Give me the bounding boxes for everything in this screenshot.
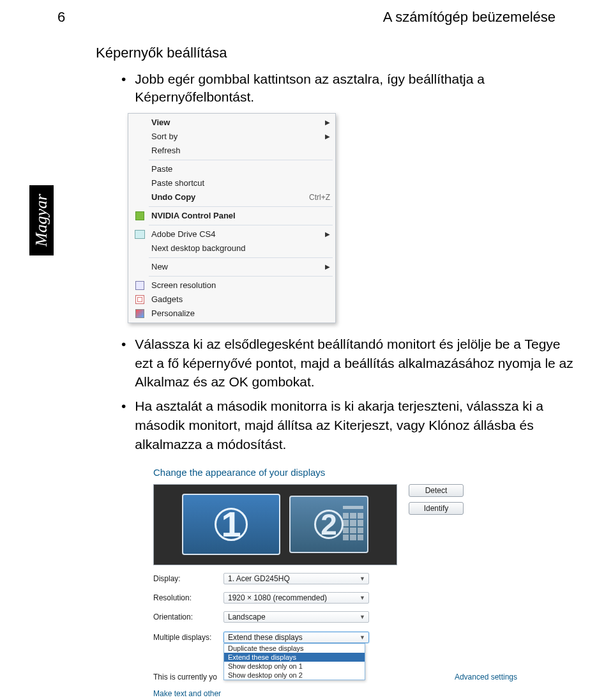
separator (149, 160, 333, 160)
ctx-personalize[interactable]: Personalize (130, 307, 334, 321)
monitor-preview[interactable]: 1 2 (153, 484, 397, 565)
ctx-view[interactable]: View ▶ (130, 116, 334, 130)
chevron-down-icon: ▼ (359, 614, 365, 620)
ctx-new[interactable]: New ▶ (130, 260, 334, 274)
display-settings-panel: Change the appearance of your displays 1… (153, 467, 517, 700)
popup-option[interactable]: Show desktop only on 1 (224, 662, 365, 671)
chevron-down-icon: ▼ (359, 634, 365, 641)
ctx-paste[interactable]: Paste (130, 162, 334, 176)
ctx-screen-resolution[interactable]: Screen resolution (130, 278, 334, 293)
chapter-title: A számítógép beüzemelése (383, 9, 556, 26)
multiple-displays-dropdown[interactable]: Extend these displays ▼ (223, 632, 369, 643)
chevron-right-icon: ▶ (325, 263, 330, 270)
separator (149, 225, 333, 225)
resolution-dropdown[interactable]: 1920 × 1080 (recommended) ▼ (223, 592, 369, 604)
display-label: Display: (153, 574, 223, 583)
resolution-label: Resolution: (153, 593, 223, 602)
ctx-next-background[interactable]: Next desktop background (130, 241, 334, 255)
monitor-grid-icon (343, 506, 363, 540)
ctx-nvidia[interactable]: NVIDIA Control Panel (130, 209, 334, 223)
bullet-text-1: Válassza ki az elsődlegesként beállítand… (135, 335, 581, 392)
display-dropdown[interactable]: 1. Acer GD245HQ ▼ (223, 573, 369, 584)
shortcut-label: Ctrl+Z (309, 193, 330, 202)
monitor-1[interactable]: 1 (182, 494, 280, 555)
chevron-down-icon: ▼ (359, 595, 365, 601)
screen-res-icon (135, 281, 144, 290)
ctx-refresh[interactable]: Refresh (130, 144, 334, 158)
orientation-label: Orientation: (153, 612, 223, 621)
currently-text: This is currently yo (153, 673, 217, 681)
detect-button[interactable]: Detect (409, 484, 464, 497)
gadgets-icon (135, 295, 144, 304)
panel-title: Change the appearance of your displays (153, 467, 517, 478)
bullet-icon: • (121, 70, 126, 107)
ctx-gadgets[interactable]: Gadgets (130, 293, 334, 307)
separator (149, 276, 333, 277)
orientation-dropdown[interactable]: Landscape ▼ (223, 611, 369, 623)
monitor-2[interactable]: 2 (289, 496, 368, 553)
section-heading: Képernyők beállítása (96, 45, 587, 61)
page-number: 6 (57, 9, 65, 26)
ctx-paste-shortcut[interactable]: Paste shortcut (130, 176, 334, 190)
multiple-displays-popup: Duplicate these displays Extend these di… (223, 643, 365, 680)
intro-text: Jobb egér gombbal kattintson az asztalra… (135, 70, 543, 107)
multiple-displays-label: Multiple displays: (153, 633, 223, 642)
context-menu: View ▶ Sort by ▶ Refresh Paste Paste sho… (128, 113, 336, 323)
monitor-number: 2 (314, 510, 344, 539)
ctx-sort-by[interactable]: Sort by ▶ (130, 130, 334, 144)
make-text-link[interactable]: Make text and other (153, 689, 221, 698)
bullet-item: • Ha asztalát a második monitorra is ki … (121, 397, 581, 453)
bullet-item: • Válassza ki az elsődlegesként beállíta… (121, 335, 581, 392)
popup-option-selected[interactable]: Extend these displays (224, 653, 365, 662)
identify-button[interactable]: Identify (409, 502, 464, 515)
bullet-text-2: Ha asztalát a második monitorra is ki ak… (135, 397, 581, 453)
bullet-icon: • (121, 397, 126, 453)
separator (149, 257, 333, 258)
personalize-icon (135, 309, 144, 318)
nvidia-icon (135, 211, 144, 220)
popup-option[interactable]: Show desktop only on 2 (224, 671, 365, 680)
popup-option[interactable]: Duplicate these displays (224, 644, 365, 653)
intro-bullet: • Jobb egér gombbal kattintson az asztal… (121, 70, 587, 107)
ctx-undo-copy[interactable]: Undo Copy Ctrl+Z (130, 190, 334, 204)
chevron-right-icon: ▶ (325, 119, 330, 126)
monitor-number: 1 (215, 508, 248, 541)
separator (149, 206, 333, 207)
chevron-right-icon: ▶ (325, 231, 330, 238)
chevron-right-icon: ▶ (325, 133, 330, 140)
adobe-drive-icon (135, 230, 145, 239)
chevron-down-icon: ▼ (359, 575, 365, 582)
ctx-adobe-drive[interactable]: Adobe Drive CS4 ▶ (130, 227, 334, 241)
language-sidebar: Magyar (29, 185, 54, 255)
bullet-icon: • (121, 335, 126, 392)
advanced-settings-link[interactable]: Advanced settings (455, 673, 517, 681)
